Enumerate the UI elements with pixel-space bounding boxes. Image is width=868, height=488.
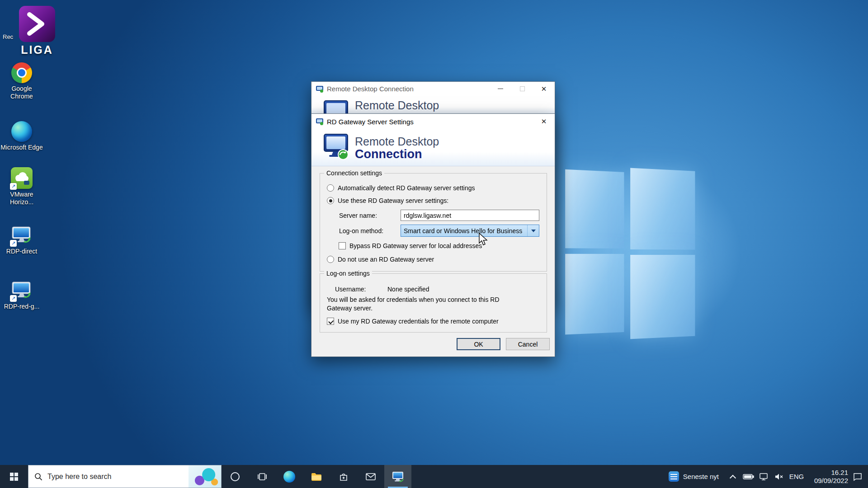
liga-app-icon: [19, 5, 56, 42]
network-button[interactable]: [756, 465, 771, 488]
ethernet-icon: [759, 472, 769, 481]
mouse-cursor: [478, 233, 489, 247]
window-title: Remote Desktop Connection: [327, 85, 414, 93]
taskbar-remote-desktop-button[interactable]: [384, 465, 411, 488]
mail-icon: [365, 472, 376, 481]
search-icon: [34, 472, 43, 481]
shortcut-arrow-icon: ↗: [10, 240, 17, 247]
desktop-icon-chrome[interactable]: Google Chrome: [0, 62, 43, 100]
radio-icon: [327, 184, 334, 192]
minimize-button[interactable]: [490, 82, 511, 96]
titlebar[interactable]: Remote Desktop Connection ✕: [311, 82, 555, 96]
checkbox-label: Use my RD Gateway credentials for the re…: [338, 318, 499, 325]
logo-pane: [565, 254, 624, 335]
desktop-icon-rdp-red-g[interactable]: ↗ RDP-red-g...: [0, 280, 43, 310]
taskbar-edge-button[interactable]: [276, 465, 303, 488]
close-icon: ✕: [541, 117, 547, 126]
rdc-banner: Remote Desktop: [311, 96, 555, 114]
desktop-icon-vmware[interactable]: ↗ VMware Horizo...: [0, 167, 43, 206]
search-input[interactable]: [47, 473, 189, 481]
dropdown-selected-value: Smart card or Windows Hello for Business: [404, 227, 522, 235]
clock-time: 16.21: [831, 469, 848, 477]
news-label: Seneste nyt: [683, 473, 719, 480]
taskbar-file-explorer-button[interactable]: [303, 465, 330, 488]
clock[interactable]: 16.21 09/09/2022: [807, 465, 850, 488]
cancel-button[interactable]: Cancel: [506, 338, 550, 350]
windows-logo-wallpaper: [565, 164, 698, 347]
taskbar-search-box[interactable]: [28, 465, 222, 488]
volume-button[interactable]: [771, 465, 787, 488]
close-button[interactable]: ✕: [533, 82, 555, 96]
banner-line2: Connection: [355, 148, 439, 161]
language-label: ENG: [789, 473, 804, 480]
search-highlight-art[interactable]: [189, 465, 221, 488]
news-icon: [669, 471, 679, 482]
desktop-icon-label: VMware Horizo...: [0, 191, 43, 206]
shortcut-arrow-icon: ↗: [10, 183, 17, 190]
minimize-icon: [498, 89, 503, 89]
action-center-button[interactable]: [850, 465, 865, 488]
task-view-icon: [257, 471, 268, 482]
taskbar-mail-button[interactable]: [357, 465, 384, 488]
rdp-app-icon: [316, 85, 324, 93]
logo-pane: [565, 169, 624, 249]
desktop-icon-rdp-direct[interactable]: ↗ RDP-direct: [0, 225, 43, 255]
chevron-down-icon[interactable]: [527, 225, 539, 236]
battery-icon: [743, 473, 754, 480]
server-name-input[interactable]: [401, 210, 539, 221]
logon-method-dropdown[interactable]: Smart card or Windows Hello for Business: [401, 225, 539, 237]
taskbar: Seneste nyt: [0, 465, 868, 488]
taskbar-cortana-button[interactable]: [222, 465, 249, 488]
checkbox-bypass-local[interactable]: Bypass RD Gateway server for local addre…: [339, 242, 482, 249]
radio-icon: [327, 256, 334, 263]
start-button[interactable]: [0, 465, 28, 488]
radio-label: Automatically detect RD Gateway server s…: [338, 184, 475, 192]
close-icon: ✕: [541, 85, 547, 93]
action-center-icon: [853, 472, 863, 481]
rdc-banner: Remote Desktop Connection: [311, 129, 555, 166]
checkbox-use-gateway-credentials[interactable]: Use my RD Gateway credentials for the re…: [327, 318, 499, 325]
chrome-icon: [11, 62, 32, 83]
close-button[interactable]: ✕: [533, 114, 555, 129]
edge-icon: [11, 121, 32, 142]
dialog-title: RD Gateway Server Settings: [327, 118, 414, 126]
news-widget-button[interactable]: Seneste nyt: [662, 465, 725, 488]
radio-do-not-use[interactable]: Do not use an RD Gateway server: [327, 256, 434, 263]
banner-line1: Remote Desktop: [355, 136, 439, 148]
checkbox-icon: [339, 242, 346, 249]
language-indicator[interactable]: ENG: [787, 465, 807, 488]
radio-auto-detect[interactable]: Automatically detect RD Gateway server s…: [327, 184, 475, 192]
windows-logo-icon: [10, 473, 18, 481]
titlebar[interactable]: RD Gateway Server Settings ✕: [311, 114, 555, 129]
credentials-note: You will be asked for credentials when y…: [327, 296, 522, 313]
radio-label: Use these RD Gateway server settings:: [338, 197, 448, 204]
radio-icon-selected: [327, 197, 334, 204]
tray-overflow-button[interactable]: [725, 465, 741, 488]
radio-use-these-settings[interactable]: Use these RD Gateway server settings:: [327, 197, 448, 204]
group-label: Connection settings: [324, 169, 384, 177]
desktop-icon-label: RDP-direct: [0, 248, 43, 255]
chevron-up-icon: [730, 474, 736, 481]
logon-method-label: Log-on method:: [339, 227, 383, 235]
rd-gateway-server-settings-dialog: RD Gateway Server Settings ✕: [311, 113, 555, 357]
taskbar-store-button[interactable]: [330, 465, 357, 488]
group-label: Log-on settings: [324, 270, 372, 277]
microsoft-store-icon: [338, 471, 349, 482]
desktop-icon-label: RDP-red-g...: [0, 303, 43, 310]
battery-button[interactable]: [741, 465, 756, 488]
shortcut-arrow-icon: ↗: [10, 295, 17, 302]
logo-pane: [630, 255, 695, 339]
radio-label: Do not use an RD Gateway server: [338, 256, 434, 263]
ok-button[interactable]: OK: [457, 338, 500, 350]
desktop-icon-edge[interactable]: Microsoft Edge: [0, 121, 43, 151]
desktop-icon-label: Google Chrome: [0, 85, 43, 100]
checkbox-checked-icon: [327, 318, 334, 325]
taskbar-task-view-button[interactable]: [249, 465, 276, 488]
desktop-icon-liga[interactable]: LIGA: [11, 5, 63, 56]
file-explorer-icon: [311, 471, 322, 482]
rdc-logo-icon: [321, 133, 350, 161]
username-label: Username:: [335, 286, 366, 293]
maximize-icon: [520, 86, 525, 91]
maximize-button[interactable]: [511, 82, 533, 96]
vmware-horizon-icon: ↗: [11, 167, 33, 189]
